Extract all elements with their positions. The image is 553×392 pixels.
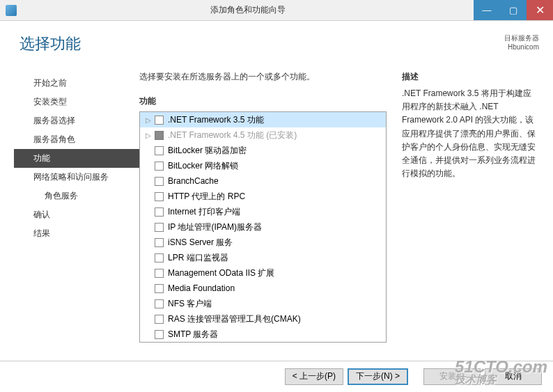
feature-item[interactable]: IP 地址管理(IPAM)服务器 — [140, 219, 386, 235]
feature-item[interactable]: HTTP 代理上的 RPC — [140, 189, 386, 204]
sidebar-item-role-services[interactable]: 角色服务 — [14, 187, 139, 205]
maximize-button[interactable]: ▢ — [500, 0, 527, 20]
target-value: Hbunicom — [504, 42, 539, 52]
close-button[interactable]: ✕ — [527, 0, 553, 20]
feature-label: NFS 客户端 — [168, 298, 212, 310]
expand-icon — [144, 224, 152, 231]
sidebar-item-install-type[interactable]: 安装类型 — [14, 93, 139, 111]
wizard-content: 选择功能 目标服务器 Hbunicom 开始之前 安装类型 服务器选择 服务器角… — [0, 21, 553, 361]
feature-item[interactable]: NFS 客户端 — [140, 296, 386, 311]
feature-checkbox[interactable] — [155, 162, 164, 171]
feature-item[interactable]: iSNS Server 服务 — [140, 235, 386, 250]
feature-label: BranchCache — [168, 176, 219, 186]
expand-icon — [144, 315, 152, 323]
sidebar-item-server-selection[interactable]: 服务器选择 — [14, 111, 139, 130]
feature-label: RAS 连接管理器管理工具包(CMAK) — [168, 313, 301, 325]
feature-item[interactable]: BitLocker 驱动器加密 — [140, 143, 386, 158]
feature-checkbox[interactable] — [155, 207, 164, 217]
feature-label: SMTP 服务器 — [168, 329, 218, 340]
feature-label: Internet 打印客户端 — [168, 206, 240, 218]
sidebar-item-results[interactable]: 结果 — [14, 224, 139, 243]
feature-item[interactable]: Internet 打印客户端 — [140, 204, 386, 219]
feature-checkbox[interactable] — [155, 330, 164, 339]
feature-label: LPR 端口监视器 — [168, 252, 228, 264]
sidebar-item-server-roles[interactable]: 服务器角色 — [14, 130, 139, 149]
feature-label: Media Foundation — [168, 283, 235, 293]
feature-checkbox[interactable] — [155, 238, 164, 247]
main-row: 开始之前 安装类型 服务器选择 服务器角色 功能 网络策略和访问服务 角色服务 … — [14, 71, 539, 350]
feature-checkbox[interactable] — [155, 269, 164, 278]
previous-button[interactable]: < 上一步(P) — [285, 368, 343, 385]
feature-item[interactable]: Media Foundation — [140, 281, 386, 296]
sidebar-item-nps[interactable]: 网络策略和访问服务 — [14, 168, 139, 187]
header-row: 选择功能 目标服务器 Hbunicom — [14, 28, 539, 71]
feature-checkbox[interactable] — [155, 315, 164, 324]
target-server-box: 目标服务器 Hbunicom — [504, 33, 539, 54]
title-bar: 添加角色和功能向导 — ▢ ✕ — [0, 0, 553, 21]
expand-icon — [144, 193, 152, 201]
expand-icon[interactable]: ▷ — [144, 132, 152, 139]
feature-checkbox[interactable] — [155, 192, 164, 201]
sidebar-item-before-begin[interactable]: 开始之前 — [14, 74, 139, 93]
description-text: .NET Framework 3.5 将用于构建应用程序的新技术融入 .NET … — [402, 87, 539, 180]
feature-item[interactable]: RAS 连接管理器管理工具包(CMAK) — [140, 311, 386, 327]
expand-icon — [144, 239, 152, 246]
wizard-steps-sidebar: 开始之前 安装类型 服务器选择 服务器角色 功能 网络策略和访问服务 角色服务 … — [14, 71, 139, 350]
feature-label: HTTP 代理上的 RPC — [168, 191, 245, 203]
feature-item[interactable]: Management OData IIS 扩展 — [140, 265, 386, 281]
feature-checkbox[interactable] — [155, 116, 164, 125]
sidebar-item-features[interactable]: 功能 — [14, 149, 139, 168]
feature-item[interactable]: BranchCache — [140, 173, 386, 189]
target-label: 目标服务器 — [504, 33, 539, 42]
feature-label: BitLocker 驱动器加密 — [168, 145, 247, 157]
feature-item[interactable]: LPR 端口监视器 — [140, 250, 386, 265]
features-listbox[interactable]: ▷.NET Framework 3.5 功能▷.NET Framework 4.… — [139, 111, 387, 343]
features-section-label: 功能 — [139, 95, 387, 107]
feature-item[interactable]: ▷.NET Framework 3.5 功能 — [140, 112, 386, 127]
center-column: 选择要安装在所选服务器上的一个或多个功能。 功能 ▷.NET Framework… — [139, 71, 387, 350]
expand-icon — [144, 178, 152, 185]
intro-text: 选择要安装在所选服务器上的一个或多个功能。 — [139, 71, 387, 83]
feature-checkbox[interactable] — [155, 146, 164, 155]
feature-label: iSNS Server 服务 — [168, 237, 233, 249]
feature-label: Management OData IIS 扩展 — [168, 267, 274, 279]
page-title: 选择功能 — [20, 33, 81, 54]
feature-item[interactable]: BitLocker 网络解锁 — [140, 158, 386, 173]
feature-checkbox[interactable] — [155, 223, 164, 232]
install-button: 安装(I) — [423, 368, 481, 385]
window-controls: — ▢ ✕ — [474, 0, 553, 20]
minimize-button[interactable]: — — [474, 0, 500, 20]
feature-checkbox[interactable] — [155, 284, 164, 293]
feature-checkbox — [155, 131, 164, 140]
expand-icon — [144, 254, 152, 262]
feature-label: IP 地址管理(IPAM)服务器 — [168, 221, 262, 233]
feature-label: .NET Framework 4.5 功能 (已安装) — [168, 130, 297, 141]
cancel-button[interactable]: 取消 — [485, 368, 542, 385]
feature-label: .NET Framework 3.5 功能 — [168, 114, 264, 126]
expand-icon — [144, 331, 152, 338]
expand-icon — [144, 285, 152, 292]
app-icon — [6, 5, 17, 16]
feature-item[interactable]: SMTP 服务器 — [140, 327, 386, 342]
description-column: 描述 .NET Framework 3.5 将用于构建应用程序的新技术融入 .N… — [387, 71, 539, 350]
expand-icon — [144, 269, 152, 277]
expand-icon — [144, 147, 152, 155]
expand-icon — [144, 162, 152, 170]
feature-checkbox[interactable] — [155, 299, 164, 308]
wizard-footer: < 上一步(P) 下一步(N) > 安装(I) 取消 — [0, 361, 553, 391]
expand-icon[interactable]: ▷ — [144, 116, 152, 124]
sidebar-item-confirm[interactable]: 确认 — [14, 205, 139, 224]
next-button[interactable]: 下一步(N) > — [348, 368, 408, 385]
expand-icon — [144, 208, 152, 216]
description-label: 描述 — [402, 71, 539, 83]
expand-icon — [144, 300, 152, 308]
window-title: 添加角色和功能向导 — [22, 4, 474, 16]
feature-checkbox[interactable] — [155, 253, 164, 262]
feature-label: BitLocker 网络解锁 — [168, 160, 238, 172]
feature-checkbox[interactable] — [155, 177, 164, 186]
feature-item: ▷.NET Framework 4.5 功能 (已安装) — [140, 127, 386, 143]
